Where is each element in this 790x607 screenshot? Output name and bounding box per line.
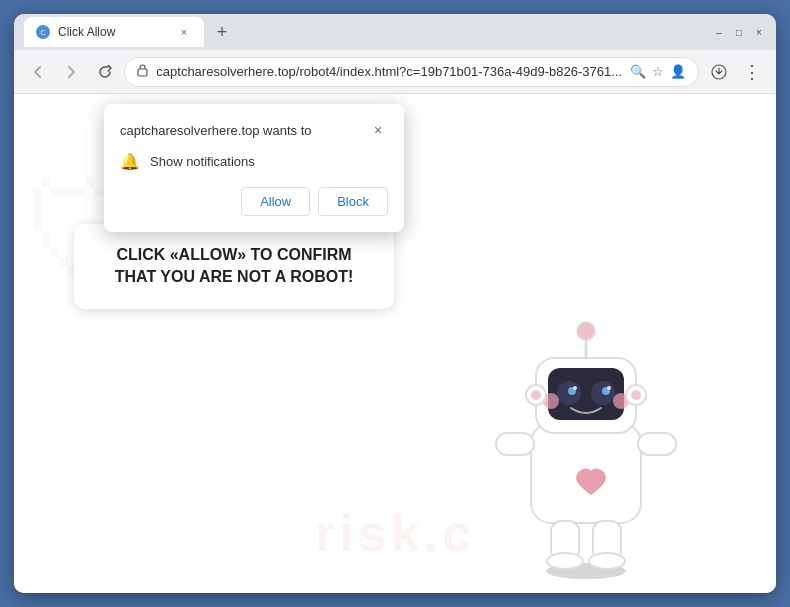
title-bar: C Click Allow × + – □ × — [14, 14, 776, 50]
svg-point-16 — [573, 386, 577, 390]
svg-rect-2 — [138, 69, 147, 76]
notification-label: Show notifications — [150, 154, 255, 169]
notification-row: 🔔 Show notifications — [120, 152, 388, 171]
url-text: captcharesolverhere.top/robot4/index.htm… — [156, 64, 622, 79]
speech-bubble: CLICK «ALLOW» TO CONFIRM THAT YOU ARE NO… — [74, 224, 394, 309]
robot-illustration — [476, 293, 696, 573]
page-content: 🛡 risk.c captcharesolverhere.top wants t… — [14, 94, 776, 593]
tab-favicon: C — [36, 25, 50, 39]
popup-title: captcharesolverhere.top wants to — [120, 123, 312, 138]
svg-rect-19 — [638, 433, 676, 455]
menu-button[interactable]: ⋮ — [739, 58, 766, 86]
tab-title: Click Allow — [58, 25, 168, 39]
close-button[interactable]: × — [752, 25, 766, 39]
popup-buttons: Allow Block — [120, 187, 388, 216]
forward-button[interactable] — [57, 58, 84, 86]
svg-point-8 — [577, 322, 595, 340]
back-button[interactable] — [24, 58, 51, 86]
tab-strip: C Click Allow × + — [24, 17, 704, 47]
allow-button[interactable]: Allow — [241, 187, 310, 216]
svg-point-26 — [547, 553, 583, 569]
bell-icon: 🔔 — [120, 152, 140, 171]
svg-point-22 — [531, 390, 541, 400]
svg-point-17 — [607, 386, 611, 390]
svg-text:C: C — [40, 29, 45, 36]
maximize-button[interactable]: □ — [732, 25, 746, 39]
lock-icon — [137, 64, 148, 79]
address-bar[interactable]: captcharesolverhere.top/robot4/index.htm… — [124, 57, 699, 87]
refresh-button[interactable] — [91, 58, 118, 86]
download-icon[interactable] — [705, 58, 732, 86]
navigation-bar: captcharesolverhere.top/robot4/index.htm… — [14, 50, 776, 94]
bubble-text: CLICK «ALLOW» TO CONFIRM THAT YOU ARE NO… — [115, 246, 354, 285]
popup-header: captcharesolverhere.top wants to × — [120, 120, 388, 140]
active-tab[interactable]: C Click Allow × — [24, 17, 204, 47]
browser-window: C Click Allow × + – □ × — [14, 14, 776, 593]
svg-point-27 — [589, 553, 625, 569]
bookmark-icon[interactable]: ☆ — [652, 64, 664, 79]
profile-icon[interactable]: 👤 — [670, 64, 686, 79]
minimize-button[interactable]: – — [712, 25, 726, 39]
svg-rect-18 — [496, 433, 534, 455]
svg-point-23 — [631, 390, 641, 400]
popup-close-button[interactable]: × — [368, 120, 388, 140]
search-icon[interactable]: 🔍 — [630, 64, 646, 79]
tab-close-button[interactable]: × — [176, 24, 192, 40]
new-tab-button[interactable]: + — [208, 18, 236, 46]
address-bar-icons: 🔍 ☆ 👤 — [630, 64, 686, 79]
window-controls: – □ × — [712, 25, 766, 39]
notification-popup: captcharesolverhere.top wants to × 🔔 Sho… — [104, 104, 404, 232]
block-button[interactable]: Block — [318, 187, 388, 216]
